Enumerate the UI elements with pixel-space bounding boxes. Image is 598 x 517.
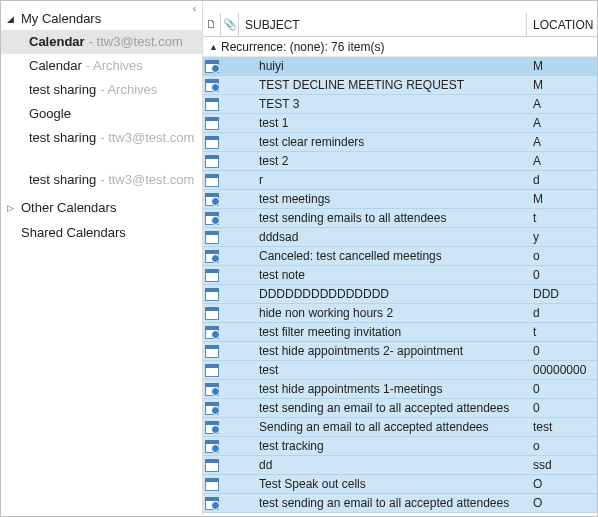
- appointment-icon: [203, 174, 221, 187]
- location-cell: o: [527, 249, 597, 263]
- group-collapse-icon: ▲: [209, 42, 221, 52]
- subject-cell: test tracking: [239, 439, 527, 453]
- location-cell: 0: [527, 268, 597, 282]
- calendar-item-spacer: [1, 150, 202, 168]
- appointment-icon: [203, 98, 221, 111]
- list-item[interactable]: test sending an email to all accepted at…: [203, 494, 597, 513]
- subject-cell: test hide appointments 2- appointment: [239, 344, 527, 358]
- list-item[interactable]: test 2A: [203, 152, 597, 171]
- calendar-item-name: Calendar: [29, 57, 82, 75]
- appointment-icon: [203, 459, 221, 472]
- location-cell: t: [527, 325, 597, 339]
- list-item[interactable]: test clear remindersA: [203, 133, 597, 152]
- calendar-item-suffix: - ttw3@test.com: [89, 33, 183, 51]
- column-header-icon[interactable]: 🗋: [203, 13, 221, 36]
- calendar-group-header-other[interactable]: ▷Other Calendars: [1, 198, 202, 217]
- appointment-icon: [203, 345, 221, 358]
- list-item[interactable]: huiyiM: [203, 57, 597, 76]
- subject-cell: Canceled: test cancelled meetings: [239, 249, 527, 263]
- list-item[interactable]: Test Speak out cellsO: [203, 475, 597, 494]
- subject-cell: TEST DECLINE MEETING REQUEST: [239, 78, 527, 92]
- calendar-group-label: My Calendars: [21, 11, 101, 26]
- location-cell: 00000000: [527, 363, 597, 377]
- list-item[interactable]: test sending an email to all accepted at…: [203, 399, 597, 418]
- list-item[interactable]: TEST DECLINE MEETING REQUESTM: [203, 76, 597, 95]
- calendar-item[interactable]: Calendar- ttw3@test.com: [1, 30, 202, 54]
- column-header-attachment[interactable]: 📎: [221, 13, 239, 36]
- collapse-sidebar-icon[interactable]: ‹: [193, 3, 196, 14]
- location-cell: A: [527, 135, 597, 149]
- meeting-icon: [203, 60, 221, 73]
- location-cell: d: [527, 173, 597, 187]
- calendar-item[interactable]: test sharing- Archives: [1, 78, 202, 102]
- calendar-item[interactable]: Calendar- Archives: [1, 54, 202, 78]
- list-item[interactable]: TEST 3A: [203, 95, 597, 114]
- subject-cell: test meetings: [239, 192, 527, 206]
- list-item[interactable]: test 1A: [203, 114, 597, 133]
- calendar-item-name: Google: [29, 105, 71, 123]
- app-frame: ‹ ◢My CalendarsCalendar- ttw3@test.comCa…: [0, 0, 598, 517]
- list-item[interactable]: test meetingsM: [203, 190, 597, 209]
- appointment-icon: [203, 478, 221, 491]
- location-cell: 0: [527, 401, 597, 415]
- calendar-list-pane: 🗋 📎 SUBJECT LOCATION ▲ Recurrence: (none…: [203, 1, 597, 516]
- location-cell: 0: [527, 382, 597, 396]
- location-cell: O: [527, 477, 597, 491]
- list-item[interactable]: test hide appointments 2- appointment0: [203, 342, 597, 361]
- location-cell: DDD: [527, 287, 597, 301]
- list-item[interactable]: test trackingo: [203, 437, 597, 456]
- meeting-icon: [203, 497, 221, 510]
- list-item[interactable]: rd: [203, 171, 597, 190]
- calendar-group-header-my[interactable]: ◢My Calendars: [1, 9, 202, 28]
- column-header-subject[interactable]: SUBJECT: [239, 13, 527, 36]
- appointment-icon: [203, 288, 221, 301]
- calendar-group-header-shared[interactable]: Shared Calendars: [1, 223, 202, 242]
- appointment-icon: [203, 364, 221, 377]
- list-item[interactable]: hide non working hours 2d: [203, 304, 597, 323]
- location-cell: d: [527, 306, 597, 320]
- calendar-group-my: ◢My CalendarsCalendar- ttw3@test.comCale…: [1, 5, 202, 194]
- location-cell: test: [527, 420, 597, 434]
- column-headers: 🗋 📎 SUBJECT LOCATION: [203, 13, 597, 37]
- list-item[interactable]: Canceled: test cancelled meetingso: [203, 247, 597, 266]
- calendar-item[interactable]: test sharing- ttw3@test.com: [1, 126, 202, 150]
- calendar-list: Calendar- ttw3@test.comCalendar- Archive…: [1, 28, 202, 192]
- subject-cell: test hide appointments 1-meetings: [239, 382, 527, 396]
- calendar-item[interactable]: Google: [1, 102, 202, 126]
- list-item[interactable]: test filter meeting invitationt: [203, 323, 597, 342]
- appointment-icon: [203, 231, 221, 244]
- subject-cell: r: [239, 173, 527, 187]
- group-row-label: Recurrence: (none): 76 item(s): [221, 40, 384, 54]
- list-item[interactable]: DDDDDDDDDDDDDDDDDD: [203, 285, 597, 304]
- meeting-icon: [203, 421, 221, 434]
- calendar-group-label: Shared Calendars: [21, 225, 126, 240]
- list-item[interactable]: test sending emails to all attendeest: [203, 209, 597, 228]
- subject-cell: Test Speak out cells: [239, 477, 527, 491]
- subject-cell: test filter meeting invitation: [239, 325, 527, 339]
- subject-cell: test 2: [239, 154, 527, 168]
- list-item[interactable]: ddssd: [203, 456, 597, 475]
- location-cell: o: [527, 439, 597, 453]
- meeting-icon: [203, 79, 221, 92]
- subject-cell: test 1: [239, 116, 527, 130]
- item-rows: huiyiMTEST DECLINE MEETING REQUESTMTEST …: [203, 57, 597, 516]
- location-cell: ssd: [527, 458, 597, 472]
- location-cell: t: [527, 211, 597, 225]
- appointment-icon: [203, 155, 221, 168]
- group-row-recurrence-none[interactable]: ▲ Recurrence: (none): 76 item(s): [203, 37, 597, 57]
- list-item[interactable]: test00000000: [203, 361, 597, 380]
- column-header-location[interactable]: LOCATION: [527, 13, 597, 36]
- calendar-group-other: ▷Other Calendars: [1, 194, 202, 219]
- list-item[interactable]: test note0: [203, 266, 597, 285]
- meeting-icon: [203, 326, 221, 339]
- list-item[interactable]: dddsady: [203, 228, 597, 247]
- meeting-icon: [203, 402, 221, 415]
- meeting-icon: [203, 212, 221, 225]
- list-item[interactable]: Sending an email to all accepted attende…: [203, 418, 597, 437]
- meeting-icon: [203, 250, 221, 263]
- subject-cell: test sending an email to all accepted at…: [239, 401, 527, 415]
- list-item[interactable]: test hide appointments 1-meetings0: [203, 380, 597, 399]
- calendar-item[interactable]: test sharing- ttw3@test.com: [1, 168, 202, 192]
- calendar-item-suffix: - Archives: [100, 81, 157, 99]
- location-cell: A: [527, 154, 597, 168]
